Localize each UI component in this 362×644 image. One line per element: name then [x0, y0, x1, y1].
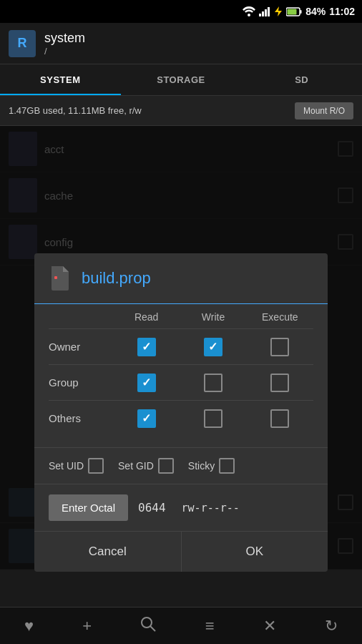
svg-line-11	[150, 626, 155, 631]
status-icons: 84% 11:02	[243, 6, 355, 17]
special-permissions-row: Set UID Set GID Sticky	[34, 447, 328, 484]
cancel-button[interactable]: Cancel	[34, 532, 182, 572]
owner-read-checkbox[interactable]	[137, 338, 156, 356]
time-display: 11:02	[329, 6, 355, 17]
set-uid-checkbox[interactable]	[88, 458, 104, 474]
group-write-checkbox[interactable]	[204, 374, 222, 392]
svg-rect-2	[262, 11, 264, 16]
app-subtitle: /	[44, 46, 85, 57]
nav-heart-icon[interactable]: ♥	[24, 617, 34, 635]
tab-sd[interactable]: SD	[241, 64, 362, 95]
others-read-checkbox[interactable]	[137, 409, 156, 428]
app-header: R system /	[0, 23, 362, 64]
perm-owner-read[interactable]	[113, 338, 180, 356]
col-label-read: Read	[113, 311, 180, 323]
svg-rect-8	[288, 9, 297, 14]
svg-rect-4	[268, 7, 270, 16]
sticky-label: Sticky	[188, 460, 215, 472]
svg-marker-5	[275, 6, 282, 16]
set-gid-checkbox[interactable]	[158, 458, 174, 474]
perm-label-owner: Owner	[49, 341, 113, 353]
svg-point-0	[248, 14, 250, 16]
group-execute-checkbox[interactable]	[270, 374, 289, 392]
perm-owner-execute[interactable]	[247, 338, 313, 356]
set-gid-item: Set GID	[118, 458, 174, 474]
bottom-navigation: ♥ + ≡ ✕ ↻	[0, 607, 362, 644]
perm-group-execute[interactable]	[247, 374, 313, 392]
permission-grid: Read Write Execute Owner Group	[34, 304, 328, 447]
app-title: system	[44, 31, 85, 46]
enter-octal-button[interactable]: Enter Octal	[49, 494, 128, 521]
svg-rect-3	[265, 9, 267, 16]
battery-percent: 84%	[305, 6, 326, 17]
perm-row-group: Group	[49, 364, 313, 400]
perm-others-write[interactable]	[180, 409, 246, 428]
charging-icon	[274, 6, 283, 16]
nav-refresh-icon[interactable]: ↻	[325, 617, 338, 635]
set-gid-label: Set GID	[118, 460, 154, 472]
perm-row-others: Others	[49, 400, 313, 436]
tab-storage[interactable]: STORAGE	[121, 64, 242, 95]
battery-icon	[286, 7, 302, 16]
storage-text: 1.47GB used, 11.11MB free, r/w	[9, 105, 288, 116]
svg-rect-9	[54, 276, 57, 279]
sticky-item: Sticky	[188, 458, 235, 474]
dialog-header: build.prop	[34, 253, 328, 304]
wifi-icon	[243, 6, 255, 16]
tab-system[interactable]: SYSTEM	[0, 64, 121, 95]
set-uid-item: Set UID	[49, 458, 104, 474]
perm-others-read[interactable]	[113, 409, 180, 428]
storage-info-bar: 1.47GB used, 11.11MB free, r/w Mount R/O	[0, 96, 362, 126]
octal-value: 0644	[138, 501, 166, 514]
octal-row: Enter Octal 0644 rw-r--r--	[34, 484, 328, 531]
permissions-dialog: build.prop Read Write Execute Owner	[34, 253, 328, 572]
others-write-checkbox[interactable]	[204, 409, 222, 428]
perm-owner-write[interactable]	[180, 338, 246, 356]
owner-execute-checkbox[interactable]	[270, 338, 289, 356]
dialog-title: build.prop	[82, 269, 151, 288]
signal-icon	[259, 6, 270, 16]
group-read-checkbox[interactable]	[137, 374, 156, 392]
perm-group-read[interactable]	[113, 374, 180, 392]
app-title-block: system /	[44, 31, 85, 57]
nav-menu-icon[interactable]: ≡	[205, 617, 215, 635]
perm-label-others: Others	[49, 412, 113, 424]
perm-row-owner: Owner	[49, 328, 313, 364]
mount-button[interactable]: Mount R/O	[295, 102, 353, 119]
svg-point-10	[142, 618, 152, 628]
sticky-checkbox[interactable]	[219, 458, 235, 474]
nav-close-icon[interactable]: ✕	[263, 617, 276, 635]
status-bar: 84% 11:02	[0, 0, 362, 23]
perm-others-execute[interactable]	[247, 409, 313, 428]
octal-permission-string: rw-r--r--	[182, 502, 240, 514]
owner-write-checkbox[interactable]	[204, 338, 222, 356]
tab-bar: SYSTEM STORAGE SD	[0, 64, 362, 96]
others-execute-checkbox[interactable]	[270, 409, 289, 428]
app-icon-badge: R	[9, 30, 36, 57]
file-list-background: acct cache config	[0, 126, 362, 570]
svg-rect-1	[259, 14, 261, 16]
col-label-write: Write	[180, 311, 246, 323]
dialog-buttons: Cancel OK	[34, 531, 328, 572]
ok-button[interactable]: OK	[182, 532, 328, 572]
perm-group-write[interactable]	[180, 374, 246, 392]
perm-header-row: Read Write Execute	[49, 311, 313, 323]
set-uid-label: Set UID	[49, 460, 84, 472]
perm-label-group: Group	[49, 376, 113, 389]
nav-add-icon[interactable]: +	[82, 617, 92, 635]
dialog-file-icon	[49, 265, 72, 292]
col-label-execute: Execute	[247, 311, 313, 323]
svg-rect-7	[300, 10, 302, 14]
nav-search-icon[interactable]	[140, 616, 156, 636]
app-icon-letter: R	[18, 36, 27, 51]
